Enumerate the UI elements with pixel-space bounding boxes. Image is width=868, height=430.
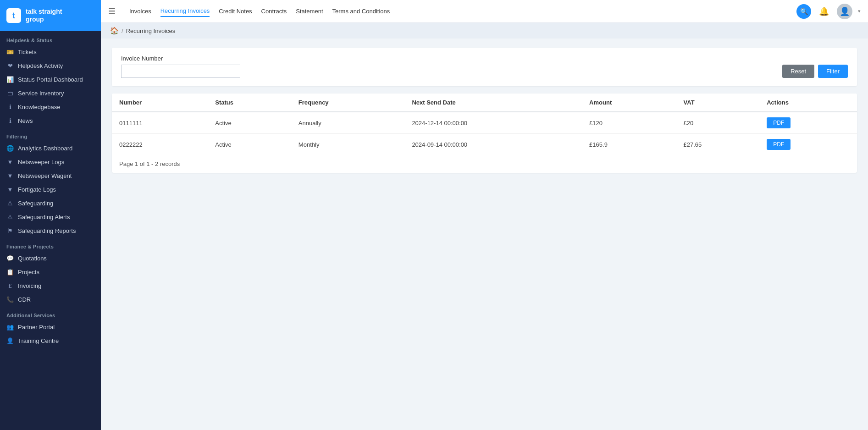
sidebar-item-partner-portal[interactable]: 👥Partner Portal: [0, 320, 101, 334]
pdf-button[interactable]: PDF: [767, 139, 791, 150]
topnav-icons: 🔍 🔔 👤 ▾: [796, 4, 861, 19]
sidebar-item-label: News: [18, 117, 33, 124]
sidebar-sections: Helpdesk & Status🎫Tickets❤Helpdesk Activ…: [0, 31, 101, 347]
column-header-status: Status: [208, 94, 291, 112]
frequency-cell: Annually: [291, 112, 405, 134]
content-area: Invoice Number Reset Filter NumberStatus…: [101, 39, 868, 430]
filter-button[interactable]: Filter: [818, 65, 848, 78]
profile-dropdown-caret[interactable]: ▾: [858, 8, 861, 14]
logo-text: talk straight group: [26, 8, 62, 23]
sidebar-item-icon: ⚑: [6, 227, 14, 234]
column-header-number: Number: [112, 94, 208, 112]
topnav-link-invoices[interactable]: Invoices: [129, 6, 151, 17]
status-cell: Active: [208, 134, 291, 155]
sidebar-item-tickets[interactable]: 🎫Tickets: [0, 45, 101, 59]
sidebar-item-safeguarding-reports[interactable]: ⚑Safeguarding Reports: [0, 224, 101, 237]
topnav-link-recurring-invoices[interactable]: Recurring Invoices: [160, 6, 210, 17]
sidebar-item-icon: ▼: [6, 172, 14, 179]
sidebar-item-label: Quotations: [18, 255, 47, 262]
table-body: 0111111ActiveAnnually2024-12-14 00:00:00…: [112, 112, 857, 155]
user-avatar[interactable]: 👤: [837, 4, 852, 19]
sidebar-item-label: Knowledgebase: [18, 104, 61, 110]
sidebar-item-icon: ⚠: [6, 213, 14, 221]
sidebar-section-title: Finance & Projects: [0, 237, 101, 251]
actions-cell: PDF: [759, 134, 857, 155]
sidebar-item-label: Projects: [18, 269, 39, 276]
sidebar-item-icon: 🗃: [6, 89, 14, 97]
topnav-link-credit-notes[interactable]: Credit Notes: [219, 6, 252, 17]
sidebar-item-icon: ⚠: [6, 199, 14, 207]
sidebar-item-quotations[interactable]: 💬Quotations: [0, 251, 101, 265]
topnav-link-terms-and-conditions[interactable]: Terms and Conditions: [332, 6, 390, 17]
invoice-number-cell: 0222222: [112, 134, 208, 155]
column-header-next-send-date: Next Send Date: [404, 94, 582, 112]
breadcrumb-home-icon[interactable]: 🏠: [110, 27, 119, 35]
sidebar-item-label: Netsweeper Logs: [18, 159, 64, 165]
topnav-link-contracts[interactable]: Contracts: [261, 6, 287, 17]
top-navigation: ☰ InvoicesRecurring InvoicesCredit Notes…: [101, 0, 868, 23]
sidebar-section-title: Additional Services: [0, 306, 101, 320]
menu-toggle-icon[interactable]: ☰: [108, 6, 116, 17]
sidebar: t talk straight group Helpdesk & Status🎫…: [0, 0, 101, 430]
breadcrumb: 🏠 / Recurring Invoices: [101, 23, 868, 39]
table-header-row: NumberStatusFrequencyNext Send DateAmoun…: [112, 94, 857, 112]
sidebar-item-icon: ℹ: [6, 117, 14, 124]
filter-card: Invoice Number Reset Filter: [112, 48, 857, 86]
table-card: NumberStatusFrequencyNext Send DateAmoun…: [112, 94, 857, 173]
filter-label: Invoice Number: [121, 55, 848, 62]
vat-cell: £20: [676, 112, 760, 134]
pagination-info: Page 1 of 1 - 2 records: [112, 155, 857, 173]
sidebar-item-icon: 🌐: [6, 144, 14, 152]
logo[interactable]: t talk straight group: [0, 0, 101, 31]
sidebar-item-netsweeper-wagent[interactable]: ▼Netsweeper Wagent: [0, 169, 101, 182]
column-header-amount: Amount: [582, 94, 676, 112]
topnav-link-statement[interactable]: Statement: [296, 6, 323, 17]
next-send-date-cell: 2024-12-14 00:00:00: [404, 112, 582, 134]
sidebar-item-safeguarding[interactable]: ⚠Safeguarding: [0, 196, 101, 210]
sidebar-item-icon: £: [6, 282, 14, 289]
vat-cell: £27.65: [676, 134, 760, 155]
sidebar-item-analytics-dashboard[interactable]: 🌐Analytics Dashboard: [0, 141, 101, 155]
actions-cell: PDF: [759, 112, 857, 134]
sidebar-item-news[interactable]: ℹNews: [0, 114, 101, 127]
sidebar-item-projects[interactable]: 📋Projects: [0, 265, 101, 279]
pdf-button[interactable]: PDF: [767, 117, 791, 128]
sidebar-item-icon: ▼: [6, 186, 14, 193]
sidebar-item-label: Invoicing: [18, 282, 41, 289]
sidebar-item-status-portal-dashboard[interactable]: 📊Status Portal Dashboard: [0, 72, 101, 86]
filter-buttons: Reset Filter: [782, 65, 848, 78]
column-header-frequency: Frequency: [291, 94, 405, 112]
sidebar-item-icon: 📊: [6, 76, 14, 83]
sidebar-item-label: Training Centre: [18, 337, 59, 344]
invoice-number-input[interactable]: [121, 65, 240, 78]
sidebar-item-label: Safeguarding Reports: [18, 227, 76, 234]
column-header-vat: VAT: [676, 94, 760, 112]
reset-button[interactable]: Reset: [782, 65, 814, 78]
sidebar-item-service-inventory[interactable]: 🗃Service Inventory: [0, 86, 101, 100]
sidebar-item-invoicing[interactable]: £Invoicing: [0, 279, 101, 292]
sidebar-item-label: CDR: [18, 296, 31, 303]
status-cell: Active: [208, 112, 291, 134]
topnav-links: InvoicesRecurring InvoicesCredit NotesCo…: [129, 6, 390, 17]
breadcrumb-separator: /: [122, 28, 123, 34]
sidebar-item-netsweeper-logs[interactable]: ▼Netsweeper Logs: [0, 155, 101, 169]
sidebar-item-cdr[interactable]: 📞CDR: [0, 292, 101, 306]
sidebar-item-training-centre[interactable]: 👤Training Centre: [0, 334, 101, 347]
sidebar-item-label: Partner Portal: [18, 324, 55, 331]
column-header-actions: Actions: [759, 94, 857, 112]
sidebar-item-label: Netsweeper Wagent: [18, 172, 72, 179]
notifications-button[interactable]: 🔔: [817, 4, 831, 19]
sidebar-item-icon: 📞: [6, 296, 14, 303]
sidebar-item-knowledgebase[interactable]: ℹKnowledgebase: [0, 100, 101, 114]
sidebar-item-helpdesk-activity[interactable]: ❤Helpdesk Activity: [0, 59, 101, 72]
sidebar-section-title: Filtering: [0, 127, 101, 141]
search-button[interactable]: 🔍: [796, 4, 811, 19]
sidebar-item-label: Tickets: [18, 49, 37, 55]
sidebar-item-icon: ❤: [6, 62, 14, 69]
amount-cell: £120: [582, 112, 676, 134]
sidebar-item-label: Fortigate Logs: [18, 186, 56, 193]
sidebar-item-label: Safeguarding Alerts: [18, 214, 70, 221]
sidebar-item-safeguarding-alerts[interactable]: ⚠Safeguarding Alerts: [0, 210, 101, 224]
sidebar-item-label: Analytics Dashboard: [18, 145, 72, 152]
sidebar-item-fortigate-logs[interactable]: ▼Fortigate Logs: [0, 182, 101, 196]
